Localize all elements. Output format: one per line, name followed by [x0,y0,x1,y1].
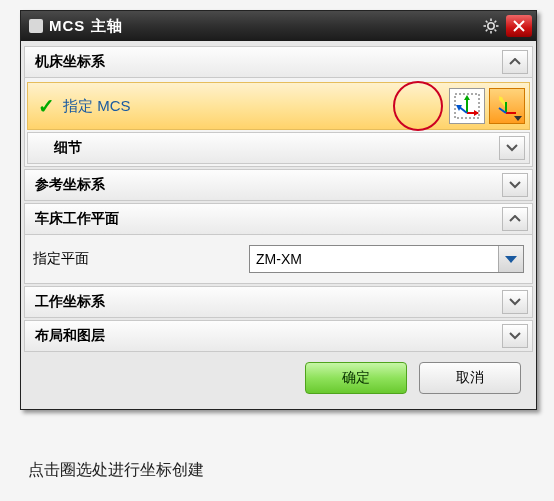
section-layout-layer[interactable]: 布局和图层 [24,320,533,352]
section-lathe-plane[interactable]: 车床工作平面 [24,203,533,235]
cancel-button-label: 取消 [456,369,484,387]
section-label: 布局和图层 [35,327,502,345]
machine-cs-content: ✓ 指定 MCS [24,78,533,167]
specify-mcs-row: ✓ 指定 MCS [27,82,530,130]
svg-line-8 [495,21,497,23]
specify-mcs-label: 指定 MCS [63,97,445,116]
specify-plane-row: 指定平面 ZM-XM [24,235,533,284]
chevron-down-icon [514,116,522,121]
section-label: 车床工作平面 [35,210,502,228]
section-label: 工作坐标系 [35,293,502,311]
svg-line-21 [499,108,506,113]
section-label: 细节 [54,139,499,157]
mcs-dialog: MCS 主轴 机床坐标系 ✓ 指定 MCS [20,10,537,410]
settings-button[interactable] [478,15,504,37]
dialog-title: MCS 主轴 [49,17,476,36]
chevron-down-icon [498,246,523,272]
svg-marker-15 [474,110,479,116]
svg-line-6 [495,30,497,32]
svg-line-7 [486,30,488,32]
chevron-down-icon [502,290,528,314]
cancel-button[interactable]: 取消 [419,362,521,394]
ok-button-label: 确定 [342,369,370,387]
section-details[interactable]: 细节 [27,132,530,164]
svg-point-0 [488,23,494,29]
button-row: 确定 取消 [24,352,533,406]
section-label: 机床坐标系 [35,53,502,71]
svg-line-5 [486,21,488,23]
dialog-body: 机床坐标系 ✓ 指定 MCS [21,41,536,409]
section-label: 参考坐标系 [35,176,502,194]
close-button[interactable] [506,15,532,37]
csys-dropdown-button[interactable] [489,88,525,124]
chevron-down-icon [499,136,525,160]
ok-button[interactable]: 确定 [305,362,407,394]
chevron-up-icon [502,50,528,74]
titlebar: MCS 主轴 [21,11,536,41]
plane-select[interactable]: ZM-XM [249,245,524,273]
specify-plane-label: 指定平面 [33,250,249,268]
svg-marker-13 [464,95,470,100]
check-icon: ✓ [38,94,55,118]
chevron-down-icon [502,324,528,348]
plane-select-value: ZM-XM [256,251,302,267]
section-ref-cs[interactable]: 参考坐标系 [24,169,533,201]
section-work-cs[interactable]: 工作坐标系 [24,286,533,318]
caption-text: 点击圈选处进行坐标创建 [28,460,204,481]
chevron-up-icon [502,207,528,231]
section-machine-cs[interactable]: 机床坐标系 [24,46,533,78]
app-icon [29,19,43,33]
chevron-down-icon [502,173,528,197]
csys-dialog-button[interactable] [449,88,485,124]
